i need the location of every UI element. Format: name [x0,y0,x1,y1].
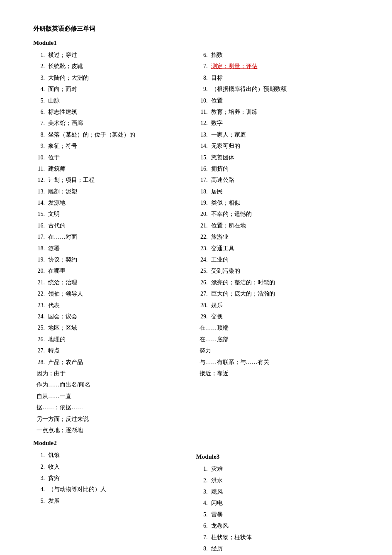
list-item: 10. 位置 [196,96,359,105]
list-item: 16. 拥挤的 [196,164,359,174]
module2-left-col: 1. 饥饿 2. 收入 3. 贫穷 4. （与动物等对比的）人 5. 发展 [33,451,196,555]
list-item: 5. 山脉 [33,96,196,105]
list-item: 19. 协议；契约 [33,255,196,264]
list-item: 10. 位于 [33,153,196,162]
phrase-item: 据……；依据…… [33,403,196,412]
list-item: 4. 闪电 [196,499,359,508]
list-item: 3. 大陆的；大洲的 [33,73,196,83]
list-item: 17. 在……对面 [33,232,196,242]
list-item: 7. 测定；测量；评估 [196,62,359,71]
list-item: 22. 旅游业 [196,232,359,242]
phrase-item: 因为；由于 [33,369,196,378]
phrase-item: 作为……而出名/闻名 [33,380,196,389]
list-item: 15. 慈善团体 [196,153,359,162]
list-item: 21. 统治；治理 [33,278,196,287]
list-item: 26. 地理的 [33,335,196,344]
list-item: 21. 位置；所在地 [196,221,359,230]
list-item: 18. 居民 [196,187,359,196]
list-item: 3. 贫穷 [33,474,196,483]
phrase-item: 在……顶端 [196,323,359,333]
list-item: 2. 收入 [33,462,196,472]
module2-right-col: Module3 1. 灾难 2. 洪水 3. 飓风 4. 闪电 5. 雷暴 [196,451,359,555]
phrase-item: 与……有联系；与……有关 [196,358,359,367]
list-item: 17. 高速公路 [196,176,359,185]
phrase-item: 另一方面；反过来说 [33,415,196,424]
module1-section: Module1 1. 横过；穿过 2. 长统靴；皮靴 3. 大陆的；大洲的 4.… [33,39,359,437]
list-item: 9. 象征；符号 [33,142,196,151]
phrase-item: 一点点地；逐渐地 [33,426,196,435]
module1-title: Module1 [33,39,359,46]
list-item: 18. 签署 [33,244,196,253]
list-item: 27. 特点 [33,346,196,355]
list-item: 23. 交通工具 [196,244,359,253]
list-item: 5. 发展 [33,496,196,506]
list-item: 1. 饥饿 [33,451,196,460]
list-item: 20. 在哪里 [33,266,196,276]
list-item: 19. 类似；相似 [196,198,359,208]
module3-title: Module3 [196,453,359,460]
list-item: 13. 一家人；家庭 [196,130,359,139]
list-item: 11. 教育；培养；训练 [196,108,359,117]
list-item: 6. 龙卷风 [196,521,359,531]
list-item: 6. 标志性建筑 [33,108,196,117]
module2-section: Module2 1. 饥饿 2. 收入 3. 贫穷 4. （与动物等对比的）人 … [33,440,359,555]
list-item: 14. 发源地 [33,198,196,208]
phrase-item: 自从……一直 [33,392,196,401]
list-item: 28. 娱乐 [196,301,359,310]
list-item: 24. 国会；议会 [33,312,196,321]
list-item: 15. 文明 [33,210,196,219]
list-item: 7. 柱状物；柱状体 [196,533,359,542]
list-item: 3. 飓风 [196,487,359,496]
list-item: 4. 面向；面对 [33,85,196,94]
list-item: 22. 领袖；领导人 [33,289,196,298]
list-item: 25. 受到污染的 [196,266,359,276]
list-item: 1. 横过；穿过 [33,51,196,60]
phrase-item: 接近；靠近 [196,369,359,378]
list-item: 2. 洪水 [196,476,359,485]
list-item: 6. 指数 [196,51,359,60]
list-item: 12. 数字 [196,119,359,128]
list-item: 24. 工业的 [196,255,359,264]
list-item: 13. 雕刻；泥塑 [33,187,196,196]
phrase-item: 在……底部 [196,335,359,344]
list-item: 25. 地区；区域 [33,323,196,333]
list-item: 26. 漂亮的；整洁的；时髦的 [196,278,359,287]
phrase-item: 努力 [196,346,359,355]
list-item: 11. 建筑师 [33,164,196,174]
list-item: 8. 坐落（某处）的；位于（某处）的 [33,130,196,139]
list-item: 16. 古代的 [33,221,196,230]
list-item: 23. 代表 [33,301,196,310]
list-item: 1. 灾难 [196,465,359,474]
list-item: 12. 计划；项目；工程 [33,176,196,185]
list-item: 4. （与动物等对比的）人 [33,485,196,494]
module2-title: Module2 [33,440,359,447]
list-item: 27. 巨大的；庞大的；浩瀚的 [196,289,359,298]
list-item: 5. 雷暴 [196,510,359,519]
module1-right-col: 6. 指数 7. 测定；测量；评估 8. 目标 9. （根据概率得出的）预期数额… [196,51,359,437]
list-item: 8. 目标 [196,73,359,83]
list-item: 2. 长统靴；皮靴 [33,62,196,71]
list-item: 8. 经历 [196,544,359,553]
list-item: 7. 美术馆；画廊 [33,119,196,128]
list-item: 14. 无家可归的 [196,142,359,151]
list-item: 9. （根据概率得出的）预期数额 [196,85,359,94]
list-item: 20. 不幸的；遗憾的 [196,210,359,219]
list-item: 28. 产品；农产品 [33,358,196,367]
page-title: 外研版英语必修三单词 [33,25,359,33]
module1-left-col: 1. 横过；穿过 2. 长统靴；皮靴 3. 大陆的；大洲的 4. 面向；面对 5… [33,51,196,437]
list-item: 29. 交换 [196,312,359,321]
